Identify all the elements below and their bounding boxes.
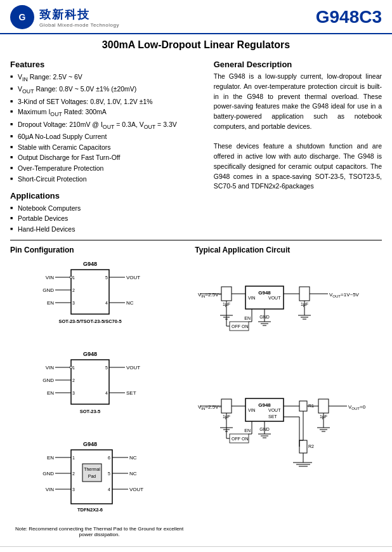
- svg-text:VOUT: VOUT: [126, 275, 140, 280]
- svg-text:VIN: VIN: [248, 408, 256, 412]
- pin-config: Pin Configuration G948 VIN 1 GND: [10, 246, 188, 544]
- svg-text:NC: NC: [126, 300, 134, 306]
- ic-svg-3: G948 Thermal Pad EN 1 GND 2 VIN 3: [33, 438, 166, 527]
- svg-text:2: 2: [72, 471, 75, 476]
- svg-text:ON: ON: [242, 437, 249, 441]
- svg-text:G948: G948: [83, 441, 97, 447]
- svg-rect-100: [221, 399, 232, 413]
- svg-text:G948: G948: [83, 351, 97, 357]
- svg-text:SOT-23-5: SOT-23-5: [79, 409, 100, 414]
- app-item: Hand-Held Devices: [10, 224, 204, 235]
- svg-text:R2: R2: [308, 444, 314, 449]
- svg-rect-109: [299, 401, 307, 411]
- svg-text:SET: SET: [126, 390, 136, 396]
- pin-config-title: Pin Configuration: [10, 246, 188, 254]
- feature-item: Stable with Ceramic Capacitors: [10, 142, 204, 153]
- feature-item: Output Discharge for Fast Turn-Off: [10, 152, 204, 163]
- divider: [10, 240, 382, 240]
- page: G 致新科技 Global Mixed-mode Technology G948…: [0, 0, 392, 552]
- ic-diagram-1: G948 VIN 1 GND 2 EN 3: [10, 258, 188, 342]
- svg-rect-3: [71, 270, 109, 314]
- applications-title: Applications: [10, 191, 204, 200]
- thermal-note: Note: Recommend connecting the Thermal P…: [10, 526, 188, 537]
- main-title: 300mA Low-Dropout Linear Regulators: [0, 34, 392, 55]
- svg-text:OFF: OFF: [232, 437, 240, 441]
- two-col-section: Features VIN Range: 2.5V ~ 6V VOUT Range…: [10, 55, 382, 235]
- svg-text:4: 4: [108, 487, 110, 492]
- svg-text:3: 3: [72, 487, 75, 492]
- svg-text:5: 5: [108, 471, 110, 476]
- svg-text:EN: EN: [47, 455, 54, 461]
- feature-item: Over-Temperature Protection: [10, 163, 204, 174]
- right-column: General Description The G948 is a low-su…: [214, 55, 382, 235]
- general-desc-title: General Description: [214, 60, 382, 69]
- part-number: G948C3: [316, 7, 382, 27]
- svg-text:3: 3: [72, 391, 75, 395]
- svg-text:3: 3: [72, 301, 75, 305]
- svg-text:VOUT=1V~5V: VOUT=1V~5V: [329, 292, 360, 298]
- svg-text:2: 2: [72, 378, 75, 383]
- svg-text:1: 1: [72, 275, 75, 280]
- logo-text: 致新科技 Global Mixed-mode Technology: [39, 7, 119, 28]
- svg-text:1: 1: [72, 456, 75, 460]
- app-item: Notebook Computers: [10, 203, 204, 214]
- feature-item: 3-Kind of SET Voltages: 0.8V, 1.0V, 1.2V…: [10, 96, 204, 107]
- svg-text:6: 6: [108, 456, 110, 460]
- svg-text:4: 4: [105, 301, 108, 305]
- feature-item: VIN Range: 2.5V ~ 6V: [10, 72, 204, 84]
- app-circuit-title: Typical Application Circuit: [195, 246, 382, 254]
- svg-text:VIN: VIN: [45, 365, 54, 371]
- svg-text:OFF: OFF: [232, 324, 240, 329]
- features-title: Features: [10, 60, 204, 69]
- svg-text:Pad: Pad: [88, 474, 96, 478]
- svg-text:Thermal: Thermal: [84, 467, 100, 471]
- svg-text:EN: EN: [245, 316, 251, 320]
- svg-text:G948: G948: [258, 402, 271, 408]
- app-circuit-svg-2: VIN=2.5V~6V 1μF G948 VIN VOUT R1: [195, 371, 366, 494]
- feature-item: Dropout Voltage: 210mV @ IOUT = 0.3A, VO…: [10, 119, 204, 131]
- general-desc-text: The G948 is a low-supply current, low-dr…: [214, 72, 382, 192]
- svg-text:VOUT: VOUT: [268, 408, 281, 412]
- feature-item: Short-Circuit Protection: [10, 174, 204, 185]
- svg-text:NC: NC: [129, 455, 137, 461]
- svg-text:2: 2: [72, 288, 75, 292]
- header: G 致新科技 Global Mixed-mode Technology G948…: [0, 0, 392, 34]
- svg-rect-125: [299, 440, 307, 453]
- svg-text:VIN: VIN: [45, 487, 54, 492]
- svg-text:5: 5: [105, 365, 108, 370]
- svg-text:ON: ON: [242, 324, 249, 329]
- svg-text:GND: GND: [42, 378, 54, 383]
- svg-text:GND: GND: [42, 287, 54, 293]
- app-circuit-svg-1: VIN=2.5V~6V 1μF G948 VIN VOUT 1μF V: [195, 258, 366, 369]
- svg-text:4: 4: [105, 391, 108, 395]
- bottom-section: Pin Configuration G948 VIN 1 GND: [0, 246, 392, 544]
- features-list: VIN Range: 2.5V ~ 6V VOUT Range: 0.8V ~ …: [10, 72, 204, 185]
- content: Features VIN Range: 2.5V ~ 6V VOUT Range…: [0, 55, 392, 240]
- logo-area: G 致新科技 Global Mixed-mode Technology: [10, 5, 119, 29]
- svg-text:SET: SET: [268, 414, 277, 419]
- app-item: Portable Devices: [10, 213, 204, 224]
- svg-text:VOUT=0.8V~5V: VOUT=0.8V~5V: [348, 404, 366, 411]
- logo-chinese: 致新科技: [39, 7, 119, 22]
- svg-text:EN: EN: [245, 428, 251, 433]
- svg-text:EN: EN: [47, 300, 54, 306]
- svg-text:VIN: VIN: [45, 275, 54, 280]
- svg-text:VOUT: VOUT: [268, 296, 281, 300]
- app-circuit: Typical Application Circuit VIN=2.5V~6V …: [195, 246, 382, 544]
- footer: Ver: 0.1 Sep 11, 2023 1 TEL: 886-3-57888…: [0, 546, 392, 552]
- svg-text:GND: GND: [42, 471, 54, 476]
- svg-text:5: 5: [105, 275, 108, 280]
- svg-rect-74: [299, 287, 310, 301]
- svg-text:1: 1: [72, 365, 75, 370]
- ic-diagram-2: G948 VIN 1 GND 2 EN 3 VOUT 5: [10, 348, 188, 432]
- left-column: Features VIN Range: 2.5V ~ 6V VOUT Range…: [10, 55, 204, 235]
- svg-text:G: G: [19, 12, 26, 22]
- svg-rect-22: [71, 360, 109, 404]
- ic-svg-2: G948 VIN 1 GND 2 EN 3 VOUT 5: [36, 348, 163, 431]
- svg-text:VOUT: VOUT: [126, 365, 140, 371]
- svg-text:SOT-23-5/TSOT-23-5/SC70-5: SOT-23-5/TSOT-23-5/SC70-5: [58, 319, 121, 324]
- svg-point-7: [70, 276, 72, 279]
- ic-svg-1: G948 VIN 1 GND 2 EN 3: [36, 258, 163, 341]
- logo-icon: G: [10, 5, 34, 29]
- svg-text:NC: NC: [129, 471, 137, 476]
